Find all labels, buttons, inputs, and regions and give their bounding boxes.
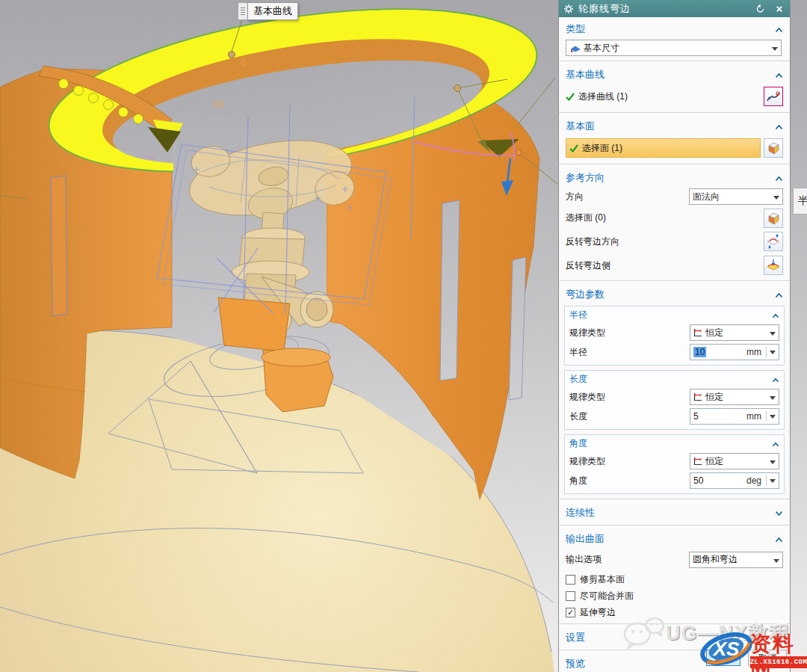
angle-value: 50 bbox=[693, 475, 703, 486]
subsection-header-angle[interactable]: 角度 bbox=[565, 435, 784, 451]
length-input[interactable]: 5 mm bbox=[690, 408, 779, 425]
direction-dropdown[interactable]: 面法向 bbox=[689, 188, 783, 205]
chevron-down-icon bbox=[769, 43, 778, 53]
chevron-down-icon bbox=[767, 456, 776, 466]
chevron-up-icon bbox=[775, 534, 783, 545]
shell-slot-left bbox=[51, 176, 67, 316]
chevron-up-icon bbox=[775, 289, 783, 300]
face-select-button[interactable] bbox=[764, 138, 783, 158]
cancel-button[interactable]: 取消 bbox=[748, 650, 787, 666]
direction-value: 面法向 bbox=[693, 191, 720, 203]
reverse-direction-label: 反转弯边方向 bbox=[566, 235, 619, 248]
law-type-label: 规律类型 bbox=[569, 391, 605, 404]
law-type-label: 规律类型 bbox=[569, 455, 605, 468]
drag-handle-right bbox=[454, 85, 461, 92]
green-check-icon bbox=[569, 144, 578, 152]
select-face-0-row[interactable]: 选择面 (0) bbox=[566, 212, 606, 224]
dim-label-0: 0 bbox=[241, 58, 246, 68]
unit-label: mm bbox=[746, 411, 766, 422]
curve-end-handle bbox=[516, 149, 522, 155]
checkbox-extend-flange[interactable]: ✓ 延伸弯边 bbox=[559, 604, 790, 620]
radius-group: 半径 规律类型 恒定 bbox=[564, 306, 785, 366]
gear-icon bbox=[563, 4, 574, 14]
close-button[interactable]: × bbox=[773, 3, 785, 15]
output-option-dropdown[interactable]: 圆角和弯边 bbox=[689, 552, 783, 568]
section-header-settings[interactable]: 设置 bbox=[559, 628, 790, 647]
chevron-up-icon bbox=[772, 439, 779, 449]
checkbox-icon-checked: ✓ bbox=[566, 608, 575, 617]
direction-label: 方向 bbox=[566, 191, 584, 203]
ref-face-select-button[interactable] bbox=[764, 209, 783, 228]
section-header-continuity[interactable]: 连续性 bbox=[559, 503, 790, 522]
checkbox-mark: ✓ bbox=[567, 608, 574, 617]
radius-input[interactable]: 10 mm bbox=[690, 344, 779, 360]
select-face-row-active[interactable]: 选择面 (1) bbox=[566, 138, 761, 158]
close-icon: × bbox=[776, 4, 783, 14]
select-face-label: 选择面 (1) bbox=[582, 142, 622, 155]
section-header-ref-direction[interactable]: 参考方向 bbox=[559, 168, 790, 187]
radius-label: 半径 bbox=[569, 346, 587, 359]
checkbox-trim-base-face[interactable]: 修剪基本面 bbox=[559, 571, 790, 588]
type-value: 基本尺寸 bbox=[584, 42, 619, 55]
section-label: 类型 bbox=[566, 22, 585, 36]
select-curve-row[interactable]: 选择曲线 (1) bbox=[578, 90, 628, 103]
divider bbox=[559, 499, 790, 502]
ok-button[interactable]: 确定 bbox=[706, 650, 740, 666]
unit-label: mm bbox=[746, 347, 766, 357]
dialog-titlebar[interactable]: 轮廓线弯边 × bbox=[559, 0, 790, 17]
constant-law-icon bbox=[693, 392, 702, 401]
reverse-side-button[interactable] bbox=[764, 256, 783, 275]
chevron-up-icon bbox=[775, 173, 783, 184]
section-label: 角度 bbox=[569, 437, 587, 450]
subsection-header-length[interactable]: 长度 bbox=[565, 371, 784, 387]
radius-law-dropdown[interactable]: 恒定 bbox=[690, 324, 779, 341]
chevron-down-icon[interactable] bbox=[766, 411, 776, 422]
angle-label: 角度 bbox=[569, 475, 587, 487]
section-label: 长度 bbox=[569, 373, 587, 386]
checkbox-icon bbox=[566, 591, 575, 601]
edge-tooltip-label: 半 bbox=[798, 194, 807, 208]
section-header-flange-params[interactable]: 弯边参数 bbox=[559, 285, 790, 303]
chevron-down-icon[interactable] bbox=[766, 475, 776, 486]
chevron-down-icon bbox=[767, 327, 776, 338]
section-label: 设置 bbox=[566, 631, 585, 644]
section-header-base-face[interactable]: 基本面 bbox=[559, 117, 790, 135]
section-header-type[interactable]: 类型 bbox=[559, 17, 790, 38]
angle-law-dropdown[interactable]: 恒定 bbox=[690, 453, 779, 469]
divider bbox=[559, 623, 790, 626]
length-law-dropdown[interactable]: 恒定 bbox=[690, 389, 779, 405]
chevron-down-icon[interactable] bbox=[766, 347, 776, 357]
checkbox-icon bbox=[566, 575, 575, 585]
divider bbox=[559, 280, 790, 283]
angle-group: 角度 规律类型 恒定 bbox=[564, 434, 785, 494]
reset-button[interactable] bbox=[754, 3, 766, 15]
law-value: 恒定 bbox=[705, 327, 723, 339]
basic-size-type-icon bbox=[569, 43, 581, 53]
section-label: 半径 bbox=[569, 309, 587, 321]
type-dropdown[interactable]: 基本尺寸 bbox=[566, 40, 782, 56]
curve-select-icon bbox=[766, 89, 781, 104]
output-option-label: 输出选项 bbox=[566, 553, 602, 566]
checkbox-merge-faces[interactable]: 尽可能合并面 bbox=[559, 588, 790, 604]
chevron-up-icon bbox=[775, 70, 783, 81]
divider bbox=[559, 61, 790, 64]
curve-select-button[interactable] bbox=[764, 87, 783, 106]
divider bbox=[559, 112, 790, 115]
section-header-output-surface[interactable]: 输出曲面 bbox=[559, 529, 790, 548]
chevron-up-icon bbox=[772, 374, 779, 385]
subsection-header-radius[interactable]: 半径 bbox=[565, 306, 784, 323]
constant-law-icon bbox=[693, 457, 702, 466]
drag-handle-top bbox=[229, 52, 235, 58]
face-cube-icon bbox=[766, 211, 781, 226]
checkbox-label: 尽可能合并面 bbox=[580, 590, 634, 602]
output-option-value: 圆角和弯边 bbox=[693, 553, 738, 566]
reverse-direction-button[interactable] bbox=[764, 232, 783, 251]
dialog-title: 轮廓线弯边 bbox=[578, 2, 631, 16]
section-label: 参考方向 bbox=[566, 171, 605, 185]
angle-input[interactable]: 50 deg bbox=[690, 472, 779, 489]
chevron-up-icon bbox=[775, 121, 783, 132]
divider bbox=[559, 525, 790, 528]
section-header-base-curve[interactable]: 基本曲线 bbox=[559, 65, 790, 84]
selection-tooltip: 基本曲线 bbox=[238, 2, 298, 20]
section-label: 连续性 bbox=[566, 506, 595, 520]
